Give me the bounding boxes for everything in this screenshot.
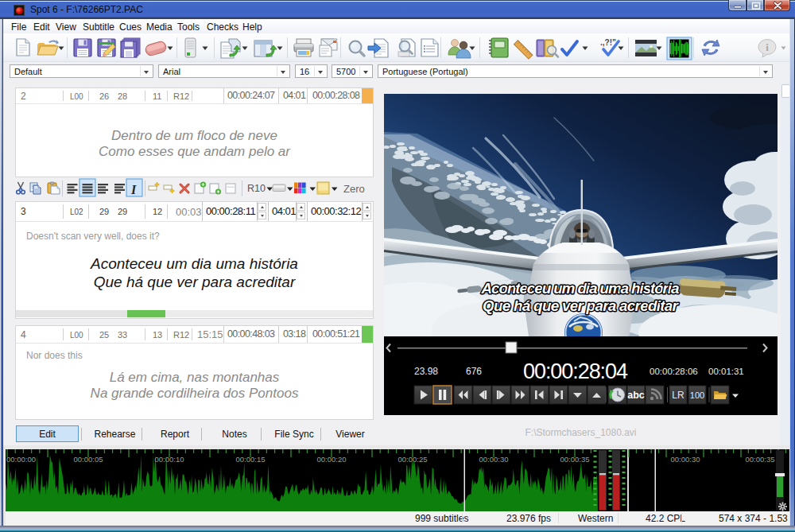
svg-text:Aconteceu um dia uma história: Aconteceu um dia uma história [481, 280, 680, 297]
svg-text:00:00:30: 00:00:30 [479, 455, 509, 464]
svg-text:00:00:28:04: 00:00:28:04 [523, 359, 628, 383]
svg-text:00:00:28:06: 00:00:28:06 [650, 367, 698, 376]
svg-text:00:00:30: 00:00:30 [671, 455, 700, 464]
svg-text:00:00:10: 00:00:10 [155, 455, 184, 464]
svg-text:Que há que ver para acreditar: Que há que ver para acreditar [483, 297, 680, 314]
svg-text:00:00:20: 00:00:20 [317, 455, 347, 464]
svg-text:00:00:05: 00:00:05 [74, 455, 103, 464]
svg-text:23.98: 23.98 [414, 366, 438, 377]
svg-text:100: 100 [690, 390, 704, 400]
svg-text:00:00:00: 00:00:00 [6, 455, 36, 464]
svg-text:00:00:25: 00:00:25 [398, 455, 428, 464]
svg-text:LR: LR [672, 390, 684, 401]
svg-text:00:00:35: 00:00:35 [746, 455, 775, 464]
svg-text:i: i [766, 41, 769, 53]
svg-text:00:00:15: 00:00:15 [236, 455, 266, 464]
svg-text:Zero: Zero [343, 183, 365, 195]
svg-text:R10: R10 [247, 183, 266, 194]
svg-text:00:01:31: 00:01:31 [708, 367, 744, 376]
svg-text:I: I [130, 183, 137, 196]
svg-text:abc: abc [627, 390, 645, 401]
svg-text:676: 676 [466, 366, 482, 377]
svg-text:00:00:35: 00:00:35 [560, 455, 590, 464]
